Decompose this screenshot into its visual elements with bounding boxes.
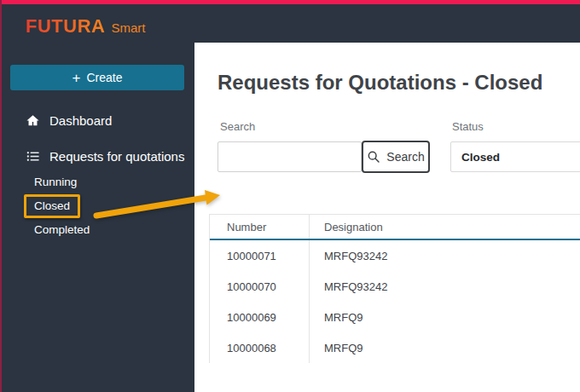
create-button[interactable]: + Create (10, 65, 184, 90)
sidebar-item-requests-for-quotations[interactable]: Requests for quotations (26, 149, 184, 164)
sidebar-item-dashboard[interactable]: Dashboard (26, 113, 112, 128)
table-header-row: Number Designation (210, 215, 580, 240)
sidebar-item-completed[interactable]: Completed (34, 223, 90, 236)
cell-number: 10000068 (227, 342, 276, 355)
cell-designation: MRFQ93242 (324, 280, 387, 293)
cell-designation: MRFQ9 (324, 342, 363, 355)
sidebar-item-label: Closed (34, 199, 70, 212)
cell-number: 10000069 (227, 311, 276, 324)
column-header-designation: Designation (309, 215, 580, 239)
left-accent-edge (0, 0, 2, 392)
search-input[interactable] (218, 141, 362, 172)
top-accent-bar (0, 0, 580, 4)
sidebar-item-label: Dashboard (49, 113, 112, 128)
cell-number: 10000070 (227, 280, 276, 293)
sidebar-item-label: Requests for quotations (49, 149, 184, 164)
sidebar-item-closed[interactable]: Closed (24, 194, 80, 218)
page-title: Requests for Quotations - Closed (218, 71, 542, 95)
brand-name: FUTURA (26, 15, 105, 37)
plus-icon: + (72, 71, 81, 85)
brand-suffix: Smart (111, 20, 145, 35)
cell-designation: MRFQ9 (324, 311, 363, 324)
rfq-table: Number Designation 10000071 MRFQ93242 10… (209, 214, 580, 363)
table-row[interactable]: 10000068 MRFQ9 (210, 332, 580, 363)
column-header-number: Number (210, 215, 309, 239)
status-label: Status (452, 120, 484, 133)
search-button-label: Search (386, 150, 424, 164)
table-row[interactable]: 10000069 MRFQ9 (210, 302, 580, 332)
app-window: FUTURASmart + Create Dashboard Requests … (0, 0, 580, 392)
sidebar-item-running[interactable]: Running (34, 176, 77, 188)
search-label: Search (220, 120, 255, 133)
cell-number: 10000071 (227, 250, 276, 262)
table-row[interactable]: 10000070 MRFQ93242 (210, 271, 580, 302)
status-select[interactable]: Closed (450, 141, 580, 172)
search-button[interactable]: Search (362, 141, 430, 173)
table-row[interactable]: 10000071 MRFQ93242 (210, 240, 580, 271)
status-selected-value: Closed (461, 151, 500, 164)
main-content: Requests for Quotations - Closed Search … (194, 43, 580, 392)
magnifier-icon (367, 150, 380, 164)
create-button-label: Create (86, 71, 122, 84)
home-icon (26, 113, 40, 128)
list-icon (26, 149, 40, 164)
cell-designation: MRFQ93242 (324, 250, 387, 262)
sidebar: + Create Dashboard Requests for quotatio… (0, 0, 194, 392)
brand-logo: FUTURASmart (26, 15, 145, 37)
